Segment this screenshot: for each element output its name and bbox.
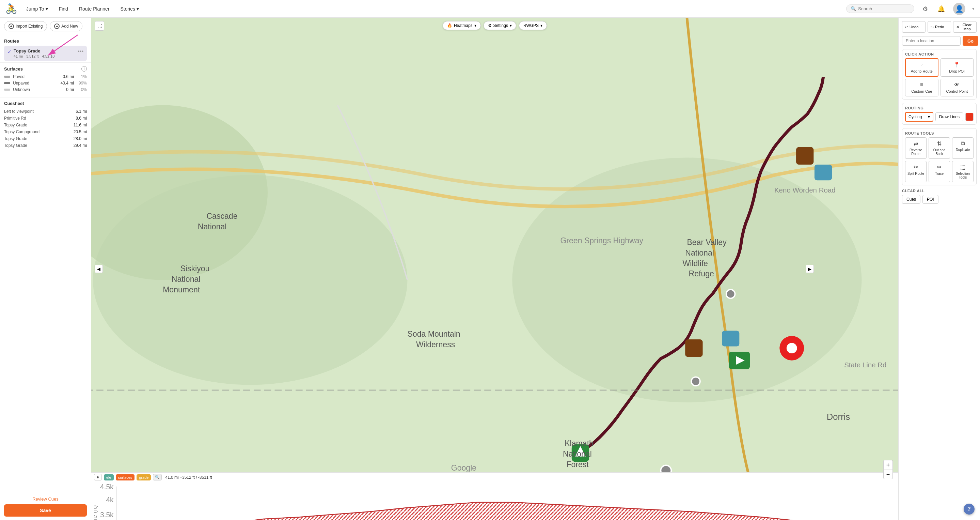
scissors-icon: ✂: [913, 164, 918, 171]
surface-row-unpaved: Unpaved 40.4 mi 99%: [4, 81, 87, 86]
reverse-route-button[interactable]: ⇄ Reverse Route: [905, 137, 926, 159]
go-button[interactable]: Go: [963, 36, 978, 46]
svg-rect-10: [722, 330, 739, 346]
svg-text:National: National: [563, 450, 592, 458]
routes-section: Routes ✓ Topsy Grade 41 mi 3,512 ft 4:52…: [0, 35, 91, 62]
out-and-back-button[interactable]: ⇅ Out and Back: [929, 137, 950, 159]
plus-icon: +: [8, 24, 14, 29]
map-svg: Cascade National Siskiyou National Monum…: [91, 18, 898, 472]
duplicate-button[interactable]: ⧉ Duplicate: [952, 137, 974, 159]
svg-point-15: [787, 343, 797, 353]
avatar[interactable]: 👤: [953, 3, 966, 15]
heatmaps-button[interactable]: 🔥 Heatmaps ▾: [443, 21, 481, 30]
help-button[interactable]: ?: [964, 504, 975, 515]
map-expand-button[interactable]: ⛶: [95, 21, 104, 31]
surfaces-header: Surfaces i: [4, 66, 87, 72]
route-info: Topsy Grade 41 mi 3,512 ft 4:52:10: [14, 48, 78, 58]
zoom-out-button[interactable]: −: [883, 470, 893, 479]
routing-mode-select[interactable]: Cycling ▾: [905, 112, 933, 122]
split-route-button[interactable]: ✂ Split Route: [905, 161, 926, 182]
reverse-icon: ⇄: [913, 140, 918, 147]
clear-map-button[interactable]: ✕ Clear Map: [953, 21, 977, 33]
save-button[interactable]: Save: [4, 504, 87, 517]
svg-text:Forest: Forest: [566, 460, 589, 469]
sidebar-top-buttons: + Import Existing + Add New: [0, 18, 91, 35]
clear-poi-button[interactable]: POI: [923, 195, 939, 204]
svg-text:Green Springs Highway: Green Springs Highway: [560, 236, 643, 245]
zoom-in-button[interactable]: +: [883, 460, 893, 470]
clear-cues-button[interactable]: Cues: [902, 195, 920, 204]
location-input[interactable]: [902, 36, 961, 46]
svg-text:Bear Valley: Bear Valley: [687, 238, 727, 247]
undo-button[interactable]: ↩ Undo: [902, 21, 926, 33]
route-stats: 41 mi 3,512 ft 4:52:10: [14, 54, 78, 58]
color-swatch[interactable]: [966, 113, 974, 121]
cue-row: Left to viewpoint 6.1 mi: [4, 108, 87, 115]
svg-text:3.5k: 3.5k: [100, 510, 114, 518]
route-tools-title: Route Tools: [905, 131, 974, 135]
elevation-controls: ⬇ ele surfaces grade 🔍 41.0 mi +3512 ft …: [94, 474, 896, 480]
unpaved-dist: 40.4 mi: [57, 81, 74, 86]
out-back-icon: ⇅: [937, 140, 942, 147]
map-canvas[interactable]: Cascade National Siskiyou National Monum…: [91, 18, 898, 472]
search-icon: 🔍: [851, 6, 856, 11]
elevation-stats: 41.0 mi +3512 ft / -3511 ft: [165, 475, 212, 480]
rwgps-button[interactable]: RWGPS ▾: [519, 21, 547, 30]
right-arrow-icon[interactable]: ▶: [806, 265, 814, 273]
svg-point-17: [691, 377, 700, 386]
click-action-title: Click Action: [905, 52, 974, 56]
map-area: 🔥 Heatmaps ▾ ⚙ Settings ▾ RWGPS ▾ ⛶ ◀ ▶: [91, 18, 898, 520]
route-tools-grid: ⇄ Reverse Route ⇅ Out and Back ⧉ Duplica…: [905, 137, 974, 182]
review-cues-link[interactable]: Review Cues: [4, 496, 87, 502]
map-right-arrow[interactable]: ▶: [806, 265, 814, 273]
svg-text:Wilderness: Wilderness: [416, 340, 455, 349]
paved-label: Paved: [13, 74, 54, 79]
add-to-route-button[interactable]: ⟋ Add to Route: [905, 58, 939, 77]
import-existing-button[interactable]: + Import Existing: [4, 21, 47, 31]
redo-button[interactable]: ↪ Redo: [928, 21, 951, 33]
elevation-chart[interactable]: 4.5k 4k 3.5k 3k ele (ft) 5 10: [94, 482, 896, 520]
custom-cue-button[interactable]: ≡ Custom Cue: [905, 79, 939, 96]
plus-circle-icon: +: [54, 24, 60, 29]
ele-button[interactable]: ele: [104, 474, 114, 480]
click-action-grid: ⟋ Add to Route 📍 Drop POI ≡ Custom Cue 👁…: [905, 58, 974, 96]
selection-tools-button[interactable]: ⬚ Selection Tools: [952, 161, 974, 182]
trace-icon: ✏: [937, 164, 942, 171]
search-input[interactable]: [858, 6, 910, 11]
info-icon[interactable]: i: [81, 66, 87, 72]
add-new-button[interactable]: + Add New: [50, 21, 83, 31]
expand-icon: ⛶: [97, 24, 102, 29]
unknown-bar: [4, 89, 10, 91]
settings-button[interactable]: ⚙ Settings ▾: [484, 21, 516, 30]
nav-stories[interactable]: Stories ▾: [118, 5, 141, 13]
control-point-button[interactable]: 👁 Control Point: [940, 79, 974, 96]
cuesheet-title: Cuesheet: [4, 101, 87, 106]
draw-lines-button[interactable]: Draw Lines: [935, 112, 963, 121]
nav-route-planner[interactable]: Route Planner: [77, 5, 112, 13]
svg-text:Dorris: Dorris: [827, 412, 850, 421]
grade-button[interactable]: grade: [137, 474, 151, 480]
route-more-icon[interactable]: •••: [78, 48, 83, 54]
drop-poi-button[interactable]: 📍 Drop POI: [940, 58, 974, 77]
surfaces-title: Surfaces: [4, 67, 23, 72]
left-sidebar: + Import Existing + Add New Routes ✓ Top…: [0, 18, 91, 520]
left-arrow-icon[interactable]: ◀: [95, 265, 103, 273]
settings-icon[interactable]: ⚙: [921, 4, 929, 14]
route-item[interactable]: ✓ Topsy Grade 41 mi 3,512 ft 4:52:10 •••: [4, 46, 87, 61]
logo-icon[interactable]: 🚴: [5, 3, 18, 14]
surfaces-section: Surfaces i Paved 0.6 mi 1% Unpaved 40.4 …: [0, 62, 91, 97]
undo-icon: ↩: [905, 25, 908, 29]
route-name: Topsy Grade: [14, 48, 78, 54]
notifications-icon[interactable]: 🔔: [936, 4, 946, 14]
map-left-arrow[interactable]: ◀: [95, 265, 103, 273]
nav-jump-to[interactable]: Jump To ▾: [24, 5, 50, 13]
elevation-download-button[interactable]: ⬇: [94, 474, 102, 480]
trace-button[interactable]: ✏ Trace: [929, 161, 950, 182]
nav-find[interactable]: Find: [57, 5, 70, 13]
avatar-chevron[interactable]: ▾: [972, 6, 975, 11]
main-layout: + Import Existing + Add New Routes ✓ Top…: [0, 18, 980, 520]
paved-bar: [4, 76, 10, 78]
search-bar[interactable]: 🔍: [846, 5, 914, 13]
surfaces-button[interactable]: surfaces: [116, 474, 135, 480]
ele-zoom-button[interactable]: 🔍: [153, 474, 162, 480]
